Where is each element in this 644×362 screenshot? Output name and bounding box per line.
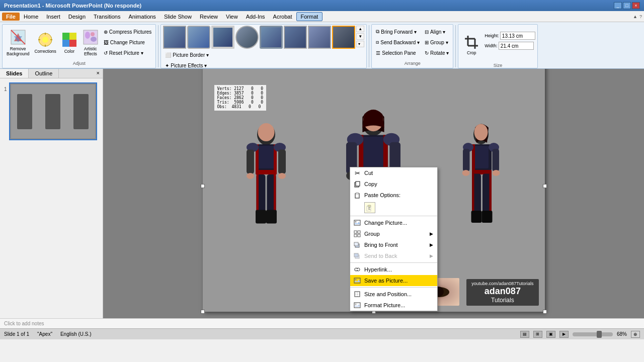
slide-thumbnail[interactable] bbox=[9, 82, 97, 140]
status-right: ▤ ⊞ ▣ ▶ 68% ⊕ bbox=[520, 331, 640, 338]
width-input[interactable] bbox=[499, 42, 534, 50]
pic-style-3[interactable] bbox=[211, 26, 234, 49]
menu-review[interactable]: Review bbox=[196, 13, 222, 21]
fit-button[interactable]: ⊕ bbox=[631, 331, 640, 338]
svg-rect-30 bbox=[247, 150, 254, 174]
svg-rect-11 bbox=[69, 40, 76, 47]
send-backward-button[interactable]: ⧈ Send Backward ▾ bbox=[374, 37, 422, 47]
slide-sorter-button[interactable]: ⊞ bbox=[533, 331, 542, 338]
normal-view-button[interactable]: ▤ bbox=[520, 331, 529, 338]
tab-slides[interactable]: Slides bbox=[0, 69, 29, 78]
svg-rect-92 bbox=[354, 234, 357, 237]
handle-bottom-left[interactable] bbox=[201, 310, 205, 314]
close-button[interactable]: × bbox=[632, 2, 640, 9]
pic-effects-icon: ✦ bbox=[165, 63, 169, 68]
ribbon: RemoveBackground Corrections bbox=[0, 22, 644, 69]
sidebar-close-button[interactable]: × bbox=[94, 69, 103, 78]
svg-point-16 bbox=[91, 37, 97, 42]
svg-rect-82 bbox=[356, 193, 359, 194]
slide-number: 1 bbox=[4, 86, 7, 92]
height-input[interactable] bbox=[500, 32, 535, 40]
pic-styles-down-arrow[interactable]: ▼ bbox=[356, 33, 364, 40]
maximize-button[interactable]: □ bbox=[623, 2, 631, 9]
group-button[interactable]: ⊞ Group ▾ bbox=[423, 37, 451, 47]
bring-forward-button[interactable]: ⧉ Bring Forward ▾ bbox=[374, 27, 422, 37]
zoom-slider[interactable] bbox=[573, 332, 613, 336]
minimize-button[interactable]: _ bbox=[614, 2, 622, 9]
ctx-cut[interactable]: ✂ Cut bbox=[350, 167, 437, 178]
menu-insert[interactable]: Insert bbox=[42, 13, 64, 21]
menu-addins[interactable]: Add-Ins bbox=[242, 13, 269, 21]
pic-style-2[interactable] bbox=[187, 26, 210, 49]
bring-forward-icon: ⧉ bbox=[376, 29, 379, 35]
remove-background-button[interactable]: RemoveBackground bbox=[5, 26, 31, 60]
ctx-format-picture[interactable]: Format Picture... bbox=[350, 300, 437, 311]
send-backward-label: Send Backward ▾ bbox=[380, 40, 420, 45]
pic-style-6[interactable] bbox=[284, 26, 307, 49]
ctx-change-picture[interactable]: Change Picture... bbox=[350, 217, 437, 228]
selection-pane-button[interactable]: ☰ Selection Pane bbox=[374, 48, 422, 58]
notes-bar[interactable]: Click to add notes bbox=[0, 318, 644, 328]
corrections-button[interactable]: Corrections bbox=[32, 26, 58, 60]
size-fields: Height: Width: bbox=[485, 28, 535, 50]
ctx-size-position[interactable]: Size and Position... bbox=[350, 289, 437, 300]
divider-1 bbox=[158, 25, 158, 67]
svg-rect-39 bbox=[256, 210, 266, 224]
svg-rect-91 bbox=[358, 231, 360, 233]
compress-pictures-button[interactable]: ⊕ Compress Pictures bbox=[102, 27, 153, 37]
ctx-group[interactable]: Group ▶ bbox=[350, 228, 437, 239]
menu-transitions[interactable]: Transitions bbox=[90, 13, 124, 21]
crop-button[interactable]: Crop bbox=[460, 28, 482, 62]
svg-point-108 bbox=[355, 304, 357, 305]
svg-point-89 bbox=[355, 221, 357, 223]
artistic-effects-button[interactable]: ArtisticEffects bbox=[80, 26, 101, 60]
svg-rect-75 bbox=[472, 174, 474, 213]
pic-styles-up-arrow[interactable]: ▲ bbox=[356, 26, 364, 32]
menu-view[interactable]: View bbox=[222, 13, 242, 21]
ctx-save-as-picture[interactable]: Save as Picture... bbox=[350, 275, 437, 286]
pic-style-4[interactable] bbox=[235, 26, 259, 49]
divider-3 bbox=[455, 25, 456, 67]
align-button[interactable]: ⊟ Align ▾ bbox=[423, 27, 451, 37]
ctx-hyperlink[interactable]: Hyperlink... bbox=[350, 264, 437, 275]
menu-home[interactable]: Home bbox=[20, 13, 42, 21]
sidebar-tabs: Slides Outline × bbox=[0, 69, 103, 78]
menu-animations[interactable]: Animations bbox=[124, 13, 159, 21]
picture-border-button[interactable]: ⬜ Picture Border ▾ bbox=[163, 50, 211, 60]
svg-point-103 bbox=[355, 279, 357, 281]
menu-slideshow[interactable]: Slide Show bbox=[160, 13, 196, 21]
bring-front-icon bbox=[353, 241, 361, 249]
separator-3 bbox=[350, 287, 437, 288]
change-picture-button[interactable]: 🖼 Change Picture bbox=[102, 37, 153, 47]
ctx-copy-label: Copy bbox=[364, 181, 377, 187]
color-button[interactable]: Color bbox=[59, 26, 79, 60]
handle-mid-left[interactable] bbox=[201, 184, 205, 188]
pic-style-7[interactable] bbox=[308, 26, 331, 49]
pic-style-8[interactable] bbox=[332, 26, 355, 49]
ribbon-group-adjust: RemoveBackground Corrections bbox=[2, 24, 156, 68]
reading-view-button[interactable]: ▣ bbox=[546, 331, 555, 338]
menu-format[interactable]: Format bbox=[296, 12, 323, 21]
pic-style-1[interactable] bbox=[163, 26, 186, 49]
watermark-url: youtube.com/adan087Tutorials bbox=[471, 281, 533, 286]
menu-acrobat[interactable]: Acrobat bbox=[269, 13, 296, 21]
paste-icon-1[interactable] bbox=[364, 202, 375, 213]
arrange-col-1: ⧉ Bring Forward ▾ ⧈ Send Backward ▾ ☰ Se… bbox=[374, 26, 422, 58]
svg-point-70 bbox=[462, 170, 469, 176]
ctx-bring-to-front[interactable]: Bring to Front ▶ bbox=[350, 239, 437, 250]
handle-bottom-right[interactable] bbox=[543, 310, 547, 314]
menu-file[interactable]: File bbox=[2, 13, 20, 21]
artistic-effects-icon bbox=[83, 29, 99, 45]
rotate-button[interactable]: ↻ Rotate ▾ bbox=[423, 48, 451, 58]
pic-style-5[interactable] bbox=[260, 26, 283, 49]
tab-outline[interactable]: Outline bbox=[29, 69, 59, 78]
reset-picture-button[interactable]: ↺ Reset Picture ▾ bbox=[102, 48, 153, 58]
handle-mid-right[interactable] bbox=[543, 184, 547, 188]
menu-design[interactable]: Design bbox=[64, 13, 90, 21]
slideshow-button[interactable]: ▶ bbox=[559, 331, 569, 338]
ctx-copy[interactable]: Copy bbox=[350, 178, 437, 190]
ctx-send-to-back[interactable]: Send to Back ▶ bbox=[350, 250, 437, 261]
pic-styles-more[interactable]: ▾ bbox=[356, 41, 364, 47]
height-label: Height: bbox=[485, 33, 499, 38]
pic-border-label: Picture Border ▾ bbox=[173, 52, 209, 58]
